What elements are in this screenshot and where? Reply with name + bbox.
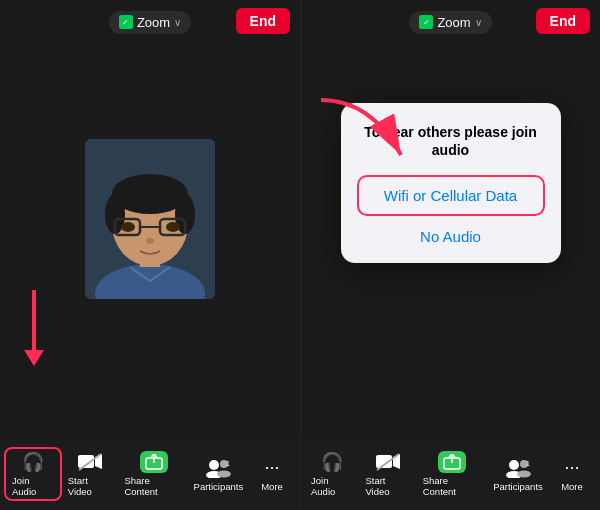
- zoom-label-left: Zoom: [137, 15, 170, 30]
- svg-point-10: [121, 222, 135, 232]
- chevron-down-icon-left: ∨: [174, 17, 181, 28]
- participant-video: [85, 139, 215, 299]
- more-button-left[interactable]: ··· More: [248, 453, 296, 496]
- share-content-icon: [140, 451, 168, 473]
- svg-point-12: [146, 238, 154, 244]
- more-button-right[interactable]: ··· More: [548, 453, 596, 496]
- svg-point-30: [517, 470, 531, 477]
- headphone-icon-right: 🎧: [318, 451, 346, 473]
- video-area-left: [0, 0, 300, 438]
- toolbar-right: 🎧 Join Audio Start Video Share: [301, 438, 600, 510]
- svg-point-17: [209, 460, 219, 470]
- more-label-left: More: [261, 481, 283, 492]
- arrow-shaft: [32, 290, 36, 350]
- video-slash-icon: [76, 451, 104, 473]
- top-bar-left: ✓ Zoom ∨ End: [0, 0, 300, 44]
- start-video-button[interactable]: Start Video: [62, 447, 119, 501]
- start-video-label-right: Start Video: [365, 475, 410, 497]
- share-content-label-right: Share Content: [423, 475, 482, 497]
- more-label-right: More: [561, 481, 583, 492]
- toolbar-left: 🎧 Join Audio Start Video Share: [0, 438, 300, 510]
- participants-label-right: Participants: [493, 481, 543, 492]
- right-panel: ✓ Zoom ∨ End To hear others please join …: [300, 0, 600, 510]
- shield-icon: ✓: [119, 15, 133, 29]
- ellipsis-icon-right: ···: [558, 457, 586, 479]
- start-video-label: Start Video: [68, 475, 113, 497]
- dialog-arrow: [311, 90, 411, 174]
- join-audio-button-right[interactable]: 🎧 Join Audio: [305, 447, 359, 501]
- end-button-left[interactable]: End: [236, 8, 290, 34]
- participants-button-right[interactable]: 1 Participants: [488, 453, 548, 496]
- svg-point-27: [509, 460, 519, 470]
- participant-avatar: [85, 139, 215, 299]
- participants-icon-right: 1: [504, 457, 532, 479]
- no-audio-button[interactable]: No Audio: [357, 218, 545, 255]
- share-content-label: Share Content: [124, 475, 182, 497]
- svg-point-20: [217, 470, 231, 477]
- video-slash-icon-right: [374, 451, 402, 473]
- ellipsis-icon-left: ···: [258, 457, 286, 479]
- wifi-cellular-button[interactable]: Wifi or Cellular Data: [357, 175, 545, 216]
- participants-icon: 1: [204, 457, 232, 479]
- arrow-head: [24, 350, 44, 366]
- share-content-icon-right: [438, 451, 466, 473]
- audio-dialog-overlay: To hear others please join audio Wifi or…: [301, 0, 600, 366]
- headphone-icon: 🎧: [19, 451, 47, 473]
- svg-text:1: 1: [526, 460, 530, 467]
- video-area-right: To hear others please join audio Wifi or…: [301, 0, 600, 438]
- svg-point-11: [166, 222, 180, 232]
- share-content-button[interactable]: Share Content: [118, 447, 188, 501]
- participants-label: Participants: [194, 481, 244, 492]
- svg-text:1: 1: [226, 460, 230, 467]
- join-audio-arrow: [24, 290, 44, 366]
- zoom-badge-left[interactable]: ✓ Zoom ∨: [109, 11, 191, 34]
- join-audio-label-right: Join Audio: [311, 475, 353, 497]
- share-content-button-right[interactable]: Share Content: [417, 447, 488, 501]
- join-audio-label: Join Audio: [12, 475, 54, 497]
- start-video-button-right[interactable]: Start Video: [359, 447, 416, 501]
- join-audio-button[interactable]: 🎧 Join Audio: [4, 447, 62, 501]
- participants-button[interactable]: 1 Participants: [189, 453, 248, 496]
- left-panel: ✓ Zoom ∨ End: [0, 0, 300, 510]
